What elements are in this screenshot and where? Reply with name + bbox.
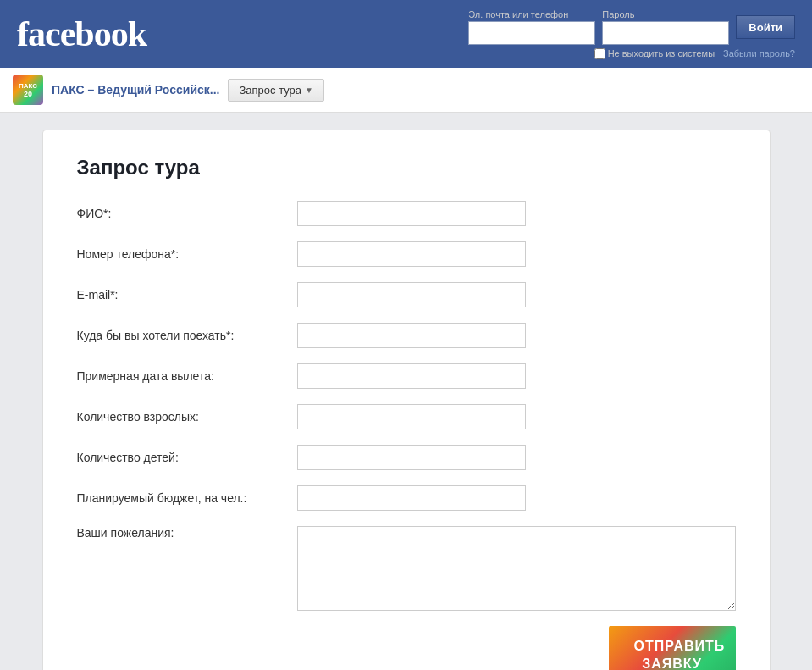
field-input-date[interactable] — [297, 363, 526, 389]
field-input-children[interactable] — [297, 445, 526, 470]
password-group: Пароль — [602, 9, 729, 45]
field-row-2: E-mail*: — [77, 282, 736, 307]
password-label: Пароль — [602, 9, 729, 19]
field-label-2: E-mail*: — [77, 288, 297, 302]
page-name-link[interactable]: ПАКС – Ведущий Российск... — [52, 83, 219, 97]
field-row-4: Примерная дата вылета: — [77, 363, 736, 389]
field-input-phone[interactable] — [297, 241, 526, 267]
field-label-1: Номер телефона*: — [77, 247, 297, 261]
tab-button[interactable]: Запрос тура ▼ — [228, 79, 324, 102]
facebook-header: facebook Эл. почта или телефон Пароль Во… — [0, 0, 812, 68]
page-icon: ПАКС 20 — [13, 75, 43, 105]
form-container: Запрос тура ФИО*: Номер телефона*: E-mai… — [42, 130, 771, 670]
facebook-logo: facebook — [17, 14, 146, 54]
field-row-7: Планируемый бюджет, на чел.: — [77, 485, 736, 511]
submit-line1: ОТПРАВИТЬ — [634, 639, 726, 653]
wishes-row: Ваши пожелания: — [77, 526, 736, 611]
field-label-7: Планируемый бюджет, на чел.: — [77, 491, 297, 505]
field-input-destination[interactable] — [297, 323, 526, 348]
tab-label: Запрос тура — [239, 84, 301, 97]
forgot-password-link[interactable]: Забыли пароль? — [723, 48, 795, 58]
email-group: Эл. почта или телефон — [468, 9, 595, 45]
login-button[interactable]: Войти — [736, 15, 795, 39]
login-area: Эл. почта или телефон Пароль Войти Не вы… — [468, 9, 795, 59]
email-input[interactable] — [468, 21, 595, 45]
field-label-6: Количество детей: — [77, 451, 297, 464]
page-icon-text2: 20 — [24, 90, 32, 98]
page-icon-text1: ПАКС — [19, 82, 37, 90]
field-input-adults[interactable] — [297, 404, 526, 429]
field-label-5: Количество взрослых: — [77, 410, 297, 424]
field-row-5: Количество взрослых: — [77, 404, 736, 429]
main-content: Запрос тура ФИО*: Номер телефона*: E-mai… — [0, 113, 812, 670]
field-input-fio[interactable] — [297, 201, 526, 226]
subnav-bar: ПАКС 20 ПАКС – Ведущий Российск... Запро… — [0, 68, 812, 113]
login-bottom: Не выходить из системы Забыли пароль? — [594, 48, 795, 59]
field-label-4: Примерная дата вылета: — [77, 369, 297, 383]
submit-button[interactable]: ОТПРАВИТЬ ЗАЯВКУ — [609, 626, 736, 670]
submit-row: ОТПРАВИТЬ ЗАЯВКУ — [77, 626, 736, 670]
remember-checkbox[interactable] — [594, 48, 605, 59]
email-label: Эл. почта или телефон — [468, 9, 595, 19]
dropdown-arrow-icon: ▼ — [305, 86, 313, 95]
field-label-3: Куда бы вы хотели поехать*: — [77, 329, 297, 342]
password-input[interactable] — [602, 21, 729, 45]
field-row-6: Количество детей: — [77, 445, 736, 470]
submit-line2: ЗАЯВКУ — [642, 656, 702, 670]
login-fields: Эл. почта или телефон Пароль Войти — [468, 9, 795, 45]
field-row-3: Куда бы вы хотели поехать*: — [77, 323, 736, 348]
field-input-email[interactable] — [297, 282, 526, 307]
remember-label[interactable]: Не выходить из системы — [594, 48, 715, 59]
form-title: Запрос тура — [77, 156, 736, 180]
field-input-budget[interactable] — [297, 485, 526, 511]
field-row-1: Номер телефона*: — [77, 241, 736, 267]
field-label-0: ФИО*: — [77, 207, 297, 220]
field-row-0: ФИО*: — [77, 201, 736, 226]
wishes-textarea[interactable] — [297, 526, 736, 611]
wishes-label: Ваши пожелания: — [77, 526, 297, 540]
